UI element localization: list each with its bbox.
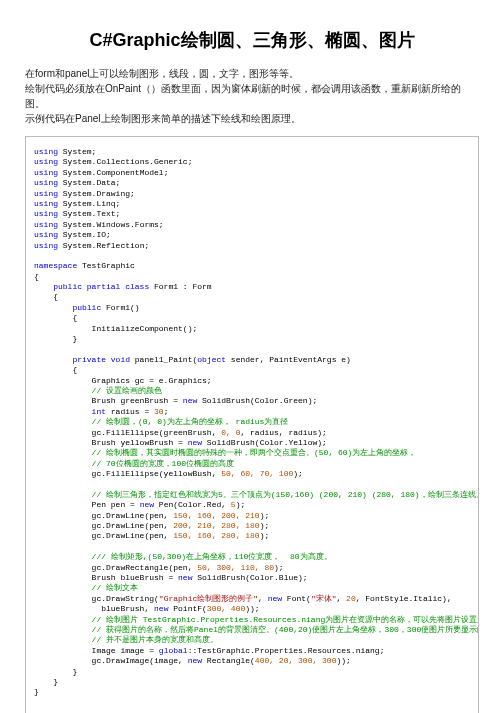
- paint-mods: private void: [72, 355, 130, 364]
- code-line: gc.DrawImage(image,: [92, 656, 188, 665]
- kw-object: object: [197, 355, 226, 364]
- code-line: ));: [336, 656, 350, 665]
- code-line: Rectangle(: [202, 656, 255, 665]
- code-line: Font(: [282, 594, 311, 603]
- code-line: Graphics gc = e.Graphics;: [92, 376, 212, 385]
- comment: // 绘制图片 TestGraphic.Properties.Resources…: [92, 615, 479, 624]
- num: 200, 210, 280, 180: [173, 521, 259, 530]
- code-line: gc.FillEllipse(yellowBush,: [92, 469, 222, 478]
- code-text: System.IO;: [63, 230, 111, 239]
- kw-using: using: [34, 178, 63, 187]
- num: 150, 160, 200, 210: [173, 511, 259, 520]
- comment: // 设置绘画的颜色: [92, 386, 162, 395]
- kw-using: using: [34, 168, 63, 177]
- code-text: System.Linq;: [63, 199, 121, 208]
- num: 0, 0: [221, 428, 240, 437]
- code-text: System.Reflection;: [63, 241, 149, 250]
- num: 400, 20, 300, 300: [255, 656, 337, 665]
- code-line: Pen pen =: [92, 500, 140, 509]
- code-line: SolidBrush(Color.Yellow);: [202, 438, 327, 447]
- code-line: );: [260, 531, 270, 540]
- page-title: C#Graphic绘制圆、三角形、椭圆、图片: [25, 28, 479, 52]
- num: 50, 300, 110, 80: [197, 563, 274, 572]
- code-line: ,: [336, 594, 346, 603]
- comment: // 绘制椭圆，其实圆时椭圆的特殊的一种，即两个交点重合。(50, 60)为左上…: [92, 448, 417, 457]
- kw-int: int: [92, 407, 106, 416]
- code-line: , radius, radius);: [240, 428, 326, 437]
- kw-new: new: [140, 500, 154, 509]
- num: 20: [346, 594, 356, 603]
- code-line: gc.DrawLine(pen,: [92, 511, 174, 520]
- code-line: Brush blueBrush =: [92, 573, 178, 582]
- intro-line: 在form和panel上可以绘制图形，线段，圆，文字，图形等等。: [25, 66, 479, 81]
- kw-using: using: [34, 157, 63, 166]
- code-line: gc.DrawLine(pen,: [92, 521, 174, 530]
- num: 150, 160, 280, 180: [173, 531, 259, 540]
- class-mods: public partial class: [53, 282, 149, 291]
- code-line: );: [260, 521, 270, 530]
- kw-new: new: [188, 656, 202, 665]
- kw-new: new: [188, 438, 202, 447]
- kw-using: using: [34, 189, 63, 198]
- kw-using: using: [34, 199, 63, 208]
- code-line: ));: [245, 604, 259, 613]
- ctor-body: InitializeComponent();: [92, 324, 198, 333]
- code-line: SolidBrush(Color.Green);: [197, 396, 317, 405]
- string: "Graphic绘制图形的例子": [159, 594, 258, 603]
- code-line: );: [236, 500, 246, 509]
- num: 30: [154, 407, 164, 416]
- intro-line: 绘制代码必须放在OnPaint（）函数里面，因为窗体刷新的时候，都会调用该函数，…: [25, 81, 479, 111]
- kw-using: using: [34, 220, 63, 229]
- comment: // 70位椭圆的宽度，100位椭圆的高度: [92, 459, 234, 468]
- code-line: , FontStyle.Italic),: [356, 594, 452, 603]
- ctor-mods: public: [72, 303, 101, 312]
- code-line: ::TestGraphic.Properties.Resources.niang…: [188, 646, 385, 655]
- paint-name: panel1_Paint(: [130, 355, 197, 364]
- code-line: );: [260, 511, 270, 520]
- comment: // 绘制文本: [92, 583, 138, 592]
- kw-using: using: [34, 230, 63, 239]
- code-line: gc.DrawLine(pen,: [92, 531, 174, 540]
- code-line: Image image =: [92, 646, 159, 655]
- kw-using: using: [34, 147, 63, 156]
- kw-namespace: namespace: [34, 261, 77, 270]
- kw-new: new: [268, 594, 282, 603]
- code-line: SolidBrush(Color.Blue);: [192, 573, 307, 582]
- code-text: System.Data;: [63, 178, 121, 187]
- namespace-name: TestGraphic: [77, 261, 135, 270]
- kw-using: using: [34, 241, 63, 250]
- code-line: Brush greenBrush =: [92, 396, 183, 405]
- code-text: System.ComponentModel;: [63, 168, 169, 177]
- class-name: Form1 : Form: [149, 282, 211, 291]
- code-line: Pen(Color.Red,: [154, 500, 231, 509]
- code-text: System;: [63, 147, 97, 156]
- kw-new: new: [154, 604, 168, 613]
- code-line: Brush yellowBrush =: [92, 438, 188, 447]
- kw-new: new: [183, 396, 197, 405]
- ctor-name: Form1(): [101, 303, 139, 312]
- string: "宋体": [311, 594, 337, 603]
- kw-new: new: [178, 573, 192, 582]
- code-line: PointF(: [168, 604, 206, 613]
- code-line: );: [293, 469, 303, 478]
- comment: // 获得图片的名称，然后将Panel的背景图清空。(400,20)使图片左上角…: [92, 625, 479, 634]
- code-line: );: [274, 563, 284, 572]
- code-line: radius =: [106, 407, 154, 416]
- code-text: System.Collections.Generic;: [63, 157, 193, 166]
- comment: // 绘制圆，(0, 0)为左上角的坐标， radius为直径: [92, 417, 289, 426]
- num: 50, 60, 70, 100: [221, 469, 293, 478]
- intro-text: 在form和panel上可以绘制图形，线段，圆，文字，图形等等。 绘制代码必须放…: [25, 66, 479, 126]
- num: 300, 400: [207, 604, 245, 613]
- code-text: System.Windows.Forms;: [63, 220, 164, 229]
- comment: /// 绘制矩形,(50,300)在上角坐标，110位宽度， 80为高度。: [92, 552, 332, 561]
- code-block: using System; using System.Collections.G…: [25, 136, 479, 713]
- code-line: gc.DrawRectangle(pen,: [92, 563, 198, 572]
- code-text: System.Drawing;: [63, 189, 135, 198]
- comment: // 并不是图片本身的宽度和高度。: [92, 635, 218, 644]
- code-line: gc.FillEllipse(greenBrush,: [92, 428, 222, 437]
- paint-rest: sender, PaintEventArgs e): [226, 355, 351, 364]
- kw-global: global: [159, 646, 188, 655]
- comment: // 绘制三角形，指定红色和线宽为5。三个顶点为(150,160) (200, …: [92, 490, 479, 499]
- code-line: ,: [258, 594, 268, 603]
- intro-line: 示例代码在Panel上绘制图形来简单的描述下绘线和绘图原理。: [25, 111, 479, 126]
